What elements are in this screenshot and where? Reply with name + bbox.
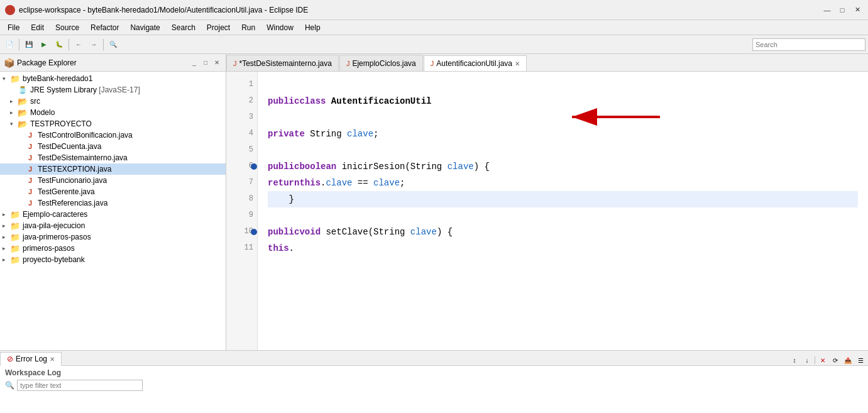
toolbar-debug-btn[interactable]: 🐛 — [52, 38, 66, 52]
tree-item-proyecto[interactable]: ▸📁proyecto-bytebank — [0, 254, 226, 265]
main-area: 📦 Package Explorer _ □ ✕ ▾📁byteBank-here… — [0, 54, 868, 413]
tree-label-jre: JRE System Library [JavaSE-17] — [30, 85, 223, 94]
bottom-ctrl-1[interactable]: ↕ — [789, 355, 799, 365]
panel-header: 📦 Package Explorer _ □ ✕ — [0, 54, 226, 72]
toolbar-search-input[interactable] — [752, 38, 865, 51]
error-log-tab[interactable]: ⊘ Error Log ✕ — [0, 352, 62, 366]
tree-item-src[interactable]: ▸📂src — [0, 96, 226, 107]
toolbar-search-btn[interactable]: 🔍 — [106, 38, 120, 52]
line-num-7: 7 — [230, 175, 253, 191]
tree-item-testcontrol[interactable]: JTestControlBonificacion.java — [0, 129, 226, 141]
tree-item-testdesistema[interactable]: JTestDeSistemainterno.java — [0, 152, 226, 163]
code-line-7: return this.clave == clave; — [268, 175, 858, 191]
tree-item-testdecuenta[interactable]: JTestDeCuenta.java — [0, 141, 226, 152]
toolbar-new-btn[interactable]: 📄 — [3, 38, 16, 52]
tree-icon-javapila: 📁 — [10, 221, 20, 231]
tree-item-bytebank[interactable]: ▾📁byteBank-heredado1 — [0, 73, 226, 84]
tab-icon-tab2: J — [346, 60, 350, 67]
maximize-button[interactable]: □ — [837, 4, 848, 16]
close-button[interactable]: ✕ — [852, 4, 863, 16]
window-controls: — □ ✕ — [821, 4, 863, 16]
tree-arrow-modelo: ▸ — [10, 109, 18, 116]
tree-item-testreferencias[interactable]: JTestReferencias.java — [0, 197, 226, 209]
menu-item-file[interactable]: File — [3, 22, 25, 33]
editor-tab-tab1[interactable]: J*TestDeSistemainterno.java — [226, 55, 339, 71]
tree-icon-testcontrol: J — [25, 130, 35, 140]
tree-item-testgerente[interactable]: JTestGerente.java — [0, 186, 226, 197]
code-editor[interactable]: 1234567891011 public class Autentificaci… — [226, 72, 868, 350]
tree-icon-jre: 🫙 — [18, 85, 28, 95]
editor-tab-tab3[interactable]: JAutentificacionUtil.java✕ — [424, 55, 527, 72]
bottom-ctrl-4[interactable]: ⟳ — [830, 355, 840, 365]
tree-view: ▾📁byteBank-heredado1🫙JRE System Library … — [0, 72, 226, 350]
breakpoint-6 — [251, 163, 257, 170]
tree-label-javapila: java-pila-ejecucion — [23, 221, 223, 230]
title-bar: eclipse-workspace - byteBank-heredado1/M… — [0, 0, 868, 20]
tab-close-tab3[interactable]: ✕ — [515, 60, 520, 67]
menu-item-search[interactable]: Search — [167, 22, 201, 33]
line-num-10: 10 — [230, 224, 253, 240]
editor-tab-tab2[interactable]: JEjemploCiclos.java — [339, 55, 423, 71]
toolbar-sep-3 — [103, 39, 104, 50]
editor-tabs: J*TestDeSistemainterno.javaJEjemploCiclo… — [226, 54, 868, 72]
tree-arrow-src: ▸ — [10, 98, 18, 104]
tree-label-ejemplocaracteres: Ejemplo-caracteres — [23, 210, 223, 219]
menu-item-navigate[interactable]: Navigate — [125, 22, 165, 33]
tree-item-javaprimeros[interactable]: ▸📁java-primeros-pasos — [0, 231, 226, 243]
code-line-8: } — [268, 191, 858, 207]
tree-label-testdecuenta: TestDeCuenta.java — [38, 142, 223, 151]
filter-input[interactable] — [17, 380, 143, 391]
bottom-ctrl-3[interactable]: ✕ — [818, 355, 828, 365]
code-content[interactable]: public class AutentificacionUtil private… — [258, 72, 868, 350]
tree-item-testproyecto[interactable]: ▾📂TESTPROYECTO — [0, 118, 226, 129]
toolbar-back-btn[interactable]: ← — [72, 38, 85, 52]
menu-item-edit[interactable]: Edit — [26, 22, 49, 33]
toolbar-save-btn[interactable]: 💾 — [22, 38, 36, 52]
bottom-ctrl-5[interactable]: 📤 — [843, 355, 853, 365]
tree-icon-testexcption: J — [25, 164, 35, 174]
tree-label-testgerente: TestGerente.java — [38, 187, 223, 196]
filter-icon: 🔍 — [5, 381, 14, 390]
minimize-button[interactable]: — — [821, 4, 833, 16]
menu-item-help[interactable]: Help — [300, 22, 326, 33]
toolbar-run-btn[interactable]: ▶ — [37, 38, 51, 52]
tree-item-testexcption[interactable]: JTESTEXCPTION.java — [0, 163, 226, 175]
tree-label-testproyecto: TESTPROYECTO — [30, 119, 223, 128]
tree-item-primeros[interactable]: ▸📁primeros-pasos — [0, 243, 226, 254]
error-log-label: Error Log — [16, 355, 47, 363]
menu-item-project[interactable]: Project — [202, 22, 235, 33]
error-log-close[interactable]: ✕ — [50, 356, 55, 363]
panel-close-btn[interactable]: ✕ — [212, 58, 222, 68]
tree-icon-testfuncionario: J — [25, 175, 35, 185]
bottom-ctrl-2[interactable]: ↓ — [802, 355, 812, 365]
toolbar-sep-1 — [19, 39, 19, 50]
menu-item-window[interactable]: Window — [261, 22, 299, 33]
bottom-panel: ⊘ Error Log ✕ ↕ ↓ ✕ ⟳ 📤 ☰ Workspace Log … — [0, 350, 868, 413]
menu-item-run[interactable]: Run — [236, 22, 260, 33]
line-num-11: 11 — [230, 240, 253, 256]
menu-item-source[interactable]: Source — [50, 22, 84, 33]
panel-title: Package Explorer — [17, 58, 187, 67]
tree-item-ejemplocaracteres[interactable]: ▸📁Ejemplo-caracteres — [0, 209, 226, 220]
tree-item-javapila[interactable]: ▸📁java-pila-ejecucion — [0, 220, 226, 231]
bottom-ctrl-6[interactable]: ☰ — [855, 355, 865, 365]
panel-maximize-btn[interactable]: □ — [201, 58, 211, 68]
tree-icon-testproyecto: 📂 — [18, 119, 28, 129]
tree-label-primeros: primeros-pasos — [23, 244, 223, 253]
code-line-9 — [268, 207, 858, 224]
tree-item-modelo[interactable]: ▸📂Modelo — [0, 107, 226, 118]
tab-label-tab3: AutentificacionUtil.java — [436, 59, 512, 68]
code-line-1 — [268, 77, 858, 93]
tree-item-testfuncionario[interactable]: JTestFuncionario.java — [0, 175, 226, 186]
tree-arrow-proyecto: ▸ — [3, 256, 10, 263]
toolbar-search-area — [752, 38, 865, 51]
tree-item-jre[interactable]: 🫙JRE System Library [JavaSE-17] — [0, 84, 226, 96]
code-line-6: public boolean inicirSesion(String clave… — [268, 158, 858, 175]
toolbar-forward-btn[interactable]: → — [87, 38, 101, 52]
tree-label-modelo: Modelo — [30, 108, 223, 117]
panel-minimize-btn[interactable]: _ — [189, 58, 199, 68]
tree-label-bytebank: byteBank-heredado1 — [23, 74, 223, 83]
tab-icon-tab3: J — [431, 60, 434, 67]
code-line-11: this. — [268, 240, 858, 256]
menu-item-refactor[interactable]: Refactor — [85, 22, 124, 33]
